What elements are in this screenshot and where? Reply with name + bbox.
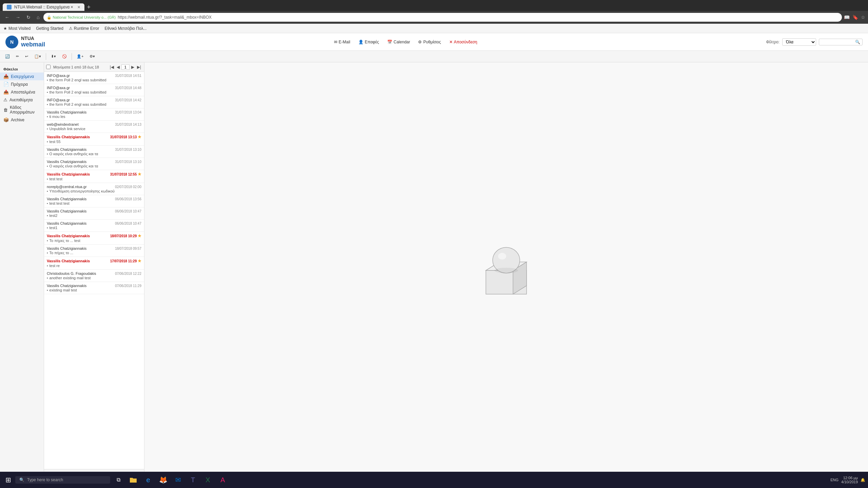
more-settings-button[interactable]: ⚙▾ xyxy=(87,53,97,60)
email-item[interactable]: Vassilis Chatzigiannakis 18/07/2018 09:5… xyxy=(44,245,144,257)
email-sender-name: Vassilis Chatzigiannakis xyxy=(47,197,86,201)
address-bar[interactable]: 🔒 National Technical University o... (GR… xyxy=(43,13,842,22)
email-item[interactable]: Vassilis Chatzigiannakis 18/07/2018 10:2… xyxy=(44,232,144,245)
next-page-btn[interactable]: ▶ xyxy=(130,64,135,70)
bookmark-runtime-error[interactable]: ⚠ Runtime Error xyxy=(69,26,99,31)
search-icon[interactable]: 🔍 xyxy=(855,40,860,44)
email-sender-name: Vassilis Chatzigiannakis xyxy=(47,234,90,238)
email-item[interactable]: INFO@axa.gr 31/07/2018 14:42 • the form … xyxy=(44,96,144,108)
email-item[interactable]: Vassilis Chatzigiannakis 06/06/2018 10:4… xyxy=(44,207,144,220)
email-subject-text: another existing mail test xyxy=(50,276,91,280)
forward-button[interactable]: → xyxy=(14,13,22,21)
compose-button[interactable]: ✏ xyxy=(14,53,21,60)
filter-search-box[interactable]: 🔍 xyxy=(819,39,863,45)
taskbar-search-box[interactable]: 🔍 Type here to search xyxy=(15,476,110,484)
nav-email-btn[interactable]: ✉ E-Mail xyxy=(331,38,354,46)
active-tab[interactable]: NTUA Webmail :: Εισερχόμενα × ✕ xyxy=(3,3,84,11)
email-dot: • xyxy=(47,239,48,243)
filter-select[interactable]: Όλα Αδιάβαστα Αστέρι Απαντημένα xyxy=(782,38,816,46)
message-count: Μηνύματα 1 από 18 έως 18 xyxy=(53,65,99,69)
app-toolbar: 🔄 ✏ ↩ 📋▾ ⬇▾ 🚫 👤+ ⚙▾ xyxy=(0,51,868,62)
taskbar-excel[interactable]: X xyxy=(201,473,215,487)
last-page-btn[interactable]: ▶| xyxy=(136,64,142,70)
taskbar-lang: ENG xyxy=(830,478,839,482)
email-item[interactable]: Vassilis Chatzigiannakis 07/06/2018 11:2… xyxy=(44,282,144,294)
select-all-checkbox[interactable] xyxy=(46,65,51,69)
delete-button[interactable]: 🚫 xyxy=(60,53,69,60)
email-dot: • xyxy=(47,152,48,156)
email-item[interactable]: Vassilis Chatzigiannakis 31/07/2018 13:1… xyxy=(44,158,144,170)
refresh-button[interactable]: ↻ xyxy=(24,13,33,21)
tab-close-btn[interactable]: ✕ xyxy=(77,5,80,9)
download-button[interactable]: ⬇▾ xyxy=(48,53,58,60)
email-subject: • test2 xyxy=(47,214,141,218)
first-page-btn[interactable]: |◀ xyxy=(109,64,115,70)
email-item[interactable]: Vassilis Chatzigiannakis 06/06/2018 13:5… xyxy=(44,195,144,207)
sidebar-item-trash-label: Κάδος Απορριμάτων xyxy=(10,105,40,115)
back-button[interactable]: ← xyxy=(3,13,12,21)
bookmark-most-visited[interactable]: ★ Most Visited xyxy=(3,26,31,31)
prev-page-btn[interactable]: ◀ xyxy=(116,64,121,70)
taskbar-outlook[interactable]: ✉ xyxy=(171,473,185,487)
email-subject: • the form Poll 2 engl was submitted xyxy=(47,90,141,94)
bookmark-ntua[interactable]: Εθνικό Μετσόβιο Πολ... xyxy=(105,26,147,31)
taskbar-right: ENG 12:06 μμ 4/10/2019 🔔 xyxy=(830,476,865,484)
page-input[interactable] xyxy=(121,64,130,70)
sidebar-item-archive[interactable]: 📦 Archive xyxy=(0,116,44,124)
sidebar-item-spam-label: Ανεπιθύμητα xyxy=(9,98,33,102)
reply-button[interactable]: ↩ xyxy=(23,53,31,60)
bookmark-getting-started[interactable]: Getting Started xyxy=(36,26,63,31)
taskbar-edge-browser[interactable]: e xyxy=(141,473,155,487)
taskbar-firefox-browser[interactable]: 🦊 xyxy=(156,473,170,487)
email-subject-text: test re xyxy=(50,264,60,268)
email-subject-text: Το πήρες το ... xyxy=(50,251,73,255)
reader-view-icon[interactable]: 📖 xyxy=(844,15,850,20)
email-item[interactable]: Vassilis Chatzigiannakis 31/07/2018 13:0… xyxy=(44,108,144,121)
email-subject: • test 55 xyxy=(47,140,141,144)
bookmark-icon[interactable]: ☆ xyxy=(861,15,865,20)
taskbar-task-view[interactable]: ⧉ xyxy=(112,473,125,487)
taskbar-teams[interactable]: T xyxy=(186,473,200,487)
sidebar-item-sent[interactable]: 📤 Απεσταλμένα xyxy=(0,88,44,96)
reply-icon: ↩ xyxy=(25,54,28,59)
sidebar-item-drafts[interactable]: 📄 Πρόχειρα xyxy=(0,80,44,88)
bookmark-label: Runtime Error xyxy=(74,26,99,31)
email-dot: • xyxy=(47,78,48,82)
move-icon: 📋▾ xyxy=(34,54,41,59)
move-button[interactable]: 📋▾ xyxy=(32,53,43,60)
home-button[interactable]: ⌂ xyxy=(35,13,41,21)
start-button[interactable]: ⊞ xyxy=(3,474,14,485)
email-item[interactable]: Vassilis Chatzigiannakis 31/07/2018 12:5… xyxy=(44,170,144,183)
email-dot: • xyxy=(47,127,48,131)
new-tab-button[interactable]: + xyxy=(84,4,94,11)
sidebar-item-spam[interactable]: ⚠ Ανεπιθύμητα xyxy=(0,96,44,104)
bookmark-star-icon: ★ xyxy=(3,26,7,31)
notification-icon[interactable]: 🔔 xyxy=(861,478,865,482)
email-subject-text: Unpublish link service xyxy=(50,127,85,131)
email-item[interactable]: Vassilis Chatzigiannakis 06/06/2018 10:4… xyxy=(44,220,144,232)
email-item[interactable]: Vassilis Chatzigiannakis 31/07/2018 13:1… xyxy=(44,146,144,158)
nav-calendar-btn[interactable]: 📅 Calendar xyxy=(384,38,414,46)
taskbar-file-explorer[interactable] xyxy=(126,473,140,487)
email-sender: INFO@axa.gr 31/07/2018 14:42 xyxy=(47,98,141,102)
email-subject-text: test2 xyxy=(50,214,58,218)
email-item[interactable]: Vassilis Chatzigiannakis 31/07/2018 13:1… xyxy=(44,133,144,146)
email-item[interactable]: web@windextranet 31/07/2018 14:13 • Unpu… xyxy=(44,121,144,133)
sidebar-item-trash[interactable]: 🗑 Κάδος Απορριμάτων xyxy=(0,104,44,116)
email-item[interactable]: noreply@central.ntua.gr 02/07/2018 02:00… xyxy=(44,183,144,195)
add-contact-button[interactable]: 👤+ xyxy=(74,53,86,60)
nav-logout-btn[interactable]: ✕ Αποσύνδεση xyxy=(446,38,481,46)
taskbar-app-unknown[interactable]: A xyxy=(216,473,230,487)
nav-contacts-btn[interactable]: 👤 Επαφές xyxy=(355,38,382,46)
email-item[interactable]: Vassilis Chatzigiannakis 17/07/2018 11:2… xyxy=(44,257,144,270)
email-item[interactable]: INFO@axa.gr 31/07/2018 14:51 • the form … xyxy=(44,72,144,84)
nav-settings-btn[interactable]: ⚙ Ρυθμίσεις xyxy=(415,38,444,46)
email-sender-name: web@windextranet xyxy=(47,122,79,126)
star-icon: ★ xyxy=(138,259,141,263)
sidebar-item-inbox[interactable]: 📥 Εισερχόμενα xyxy=(0,73,44,80)
email-item[interactable]: Christodoulos G. Fragoudakis 07/06/2018 … xyxy=(44,270,144,282)
check-mail-button[interactable]: 🔄 xyxy=(3,53,12,60)
search-input[interactable] xyxy=(821,40,855,44)
email-item[interactable]: INFO@axa.gr 31/07/2018 14:48 • the form … xyxy=(44,84,144,96)
pocket-icon[interactable]: 🔖 xyxy=(852,15,858,20)
